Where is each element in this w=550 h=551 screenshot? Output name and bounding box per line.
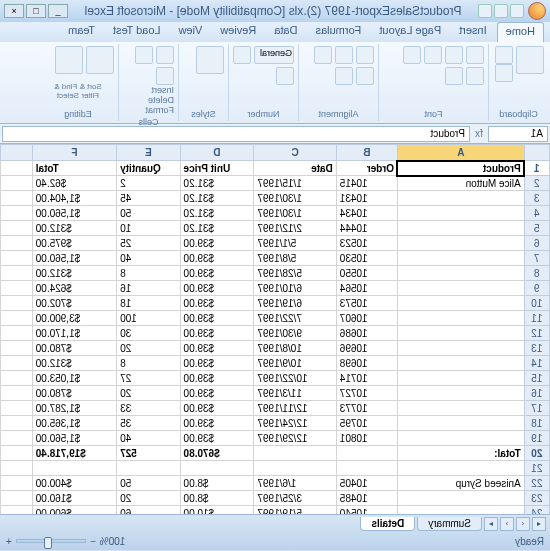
row-header[interactable]: 6 — [524, 236, 549, 251]
zoom-in[interactable]: + — [6, 536, 12, 547]
align-left-icon[interactable] — [356, 46, 374, 64]
cell[interactable]: 10434 — [336, 206, 397, 221]
cell[interactable]: 16 — [117, 281, 180, 296]
cell[interactable]: $39.00 — [180, 401, 254, 416]
cell[interactable]: $39.00 — [180, 236, 254, 251]
cell[interactable]: 10415 — [336, 176, 397, 191]
header-cell[interactable]: Total — [32, 161, 116, 176]
sheet-tab-details[interactable]: Details — [360, 517, 415, 531]
cell[interactable]: 527 — [117, 446, 180, 461]
sort-filter-icon[interactable] — [86, 46, 114, 74]
col-header-E[interactable]: E — [117, 145, 180, 161]
cell[interactable]: 2 — [117, 176, 180, 191]
row-header[interactable]: 19 — [524, 431, 549, 446]
cell[interactable]: $400.00 — [32, 476, 116, 491]
cell[interactable]: 6/10/1997 — [254, 281, 336, 296]
cell[interactable]: 5/8/1997 — [254, 251, 336, 266]
cell[interactable] — [180, 461, 254, 476]
cell[interactable]: 3/25/1997 — [254, 491, 336, 506]
underline-icon[interactable] — [424, 46, 442, 64]
tab-home[interactable]: Home — [497, 22, 544, 42]
cell[interactable]: $39.00 — [180, 431, 254, 446]
cell[interactable]: $600.00 — [32, 506, 116, 515]
cell[interactable]: 100 — [117, 311, 180, 326]
cell[interactable] — [397, 191, 524, 206]
row-header[interactable]: 20 — [524, 446, 549, 461]
grid[interactable]: A B C D E F 1ProductOrderDateUnit PriceQ… — [0, 144, 550, 514]
align-right-icon[interactable] — [314, 46, 332, 64]
insert-cells-icon[interactable] — [156, 46, 174, 64]
cell[interactable]: $39.00 — [180, 341, 254, 356]
row-header[interactable]: 13 — [524, 341, 549, 356]
zoom-value[interactable]: 100% — [100, 536, 126, 547]
cell[interactable] — [336, 446, 397, 461]
cell[interactable]: 35 — [117, 416, 180, 431]
sheet-nav-next[interactable]: › — [500, 517, 514, 531]
col-header-D[interactable]: D — [180, 145, 254, 161]
cell[interactable]: $670.80 — [180, 446, 254, 461]
cell[interactable]: $1,170.00 — [32, 326, 116, 341]
cell[interactable]: 8 — [117, 356, 180, 371]
maximize-button[interactable]: □ — [26, 4, 46, 18]
cell[interactable]: $31.20 — [180, 221, 254, 236]
cut-icon[interactable] — [495, 46, 513, 64]
cell[interactable]: 1/15/1997 — [254, 176, 336, 191]
cell[interactable] — [397, 251, 524, 266]
cell[interactable] — [254, 446, 336, 461]
worksheet[interactable]: A B C D E F 1ProductOrderDateUnit PriceQ… — [0, 144, 550, 514]
cell[interactable]: 10801 — [336, 431, 397, 446]
fill-color-icon[interactable] — [466, 67, 484, 85]
cell[interactable]: $702.00 — [32, 296, 116, 311]
select-all[interactable] — [524, 145, 549, 161]
cell[interactable]: 1/30/1997 — [254, 206, 336, 221]
cell[interactable] — [397, 311, 524, 326]
wrap-text-icon[interactable] — [356, 67, 374, 85]
cell[interactable] — [397, 431, 524, 446]
border-icon[interactable] — [403, 46, 421, 64]
cell[interactable]: $8.00 — [180, 476, 254, 491]
cell[interactable]: $3,900.00 — [32, 311, 116, 326]
cell[interactable]: 10540 — [336, 506, 397, 515]
qat-save[interactable] — [510, 4, 524, 18]
cell[interactable]: $39.00 — [180, 356, 254, 371]
sheet-nav-prev[interactable]: ‹ — [516, 517, 530, 531]
tab-formulas[interactable]: Formulas — [308, 22, 370, 42]
italic-icon[interactable] — [445, 46, 463, 64]
cell[interactable]: 10485 — [336, 491, 397, 506]
cell[interactable]: 20 — [117, 491, 180, 506]
cell[interactable]: 5/28/1997 — [254, 266, 336, 281]
cell[interactable]: 7/22/1997 — [254, 311, 336, 326]
cell[interactable]: 10727 — [336, 386, 397, 401]
cell[interactable]: 1/30/1997 — [254, 191, 336, 206]
row-header[interactable]: 3 — [524, 191, 549, 206]
col-header-B[interactable]: B — [336, 145, 397, 161]
cell[interactable] — [397, 206, 524, 221]
row-header[interactable]: 12 — [524, 326, 549, 341]
sheet-nav-last[interactable]: ▸ — [484, 517, 498, 531]
cell[interactable]: 10431 — [336, 191, 397, 206]
cell[interactable] — [254, 461, 336, 476]
cell[interactable]: 25 — [117, 236, 180, 251]
number-format-dropdown[interactable]: General — [254, 46, 294, 64]
cell[interactable]: $1,287.00 — [32, 401, 116, 416]
cell[interactable]: 10550 — [336, 266, 397, 281]
cell[interactable] — [397, 461, 524, 476]
header-cell[interactable]: Quantity — [117, 161, 180, 176]
cell[interactable]: $39.00 — [180, 311, 254, 326]
cell[interactable]: $1,404.00 — [32, 191, 116, 206]
cell[interactable]: 33 — [117, 401, 180, 416]
paste-icon[interactable] — [516, 46, 544, 74]
cell[interactable] — [397, 341, 524, 356]
cell[interactable]: $780.00 — [32, 341, 116, 356]
cell[interactable]: Aniseed Syrup — [397, 476, 524, 491]
cell[interactable]: 10444 — [336, 221, 397, 236]
cell[interactable]: 10696 — [336, 341, 397, 356]
cell[interactable]: 10795 — [336, 416, 397, 431]
cell[interactable] — [397, 236, 524, 251]
cell[interactable]: 10 — [117, 221, 180, 236]
tab-review[interactable]: Review — [212, 22, 264, 42]
cell[interactable]: $1,560.00 — [32, 206, 116, 221]
cell[interactable] — [397, 416, 524, 431]
cell[interactable]: 10564 — [336, 281, 397, 296]
row-header[interactable]: 24 — [524, 506, 549, 515]
